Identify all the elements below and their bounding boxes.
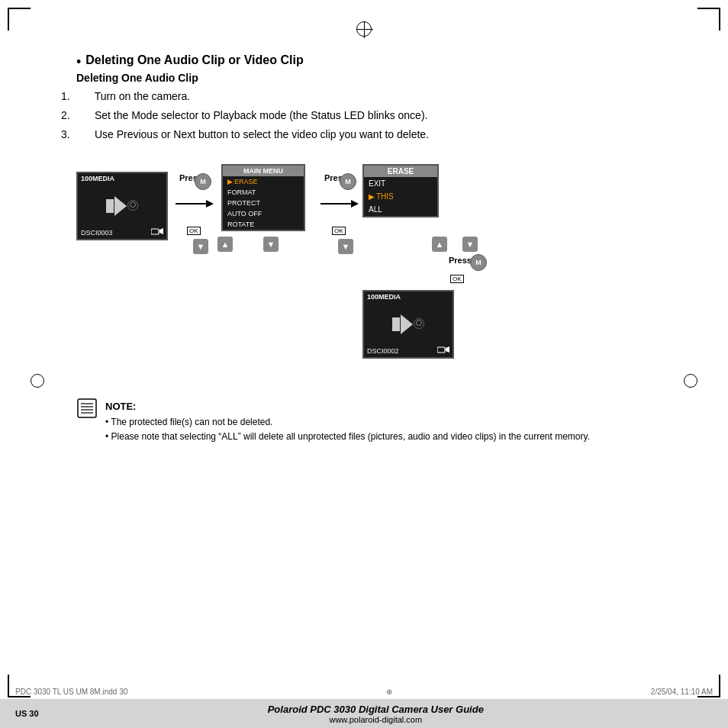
svg-rect-6 <box>437 347 445 353</box>
screen2-label-top: 100MEDIA <box>367 293 401 301</box>
section-header: • Deleting One Audio Clip or Video Clip <box>76 53 705 70</box>
arrow-2 <box>321 196 359 214</box>
screen1-label-top: 100MEDIA <box>81 175 114 182</box>
nav-up-icon-3[interactable]: ▲ <box>432 237 447 252</box>
m-button-icon-3[interactable]: M <box>470 254 487 271</box>
note-icon <box>76 398 98 424</box>
m-button-3[interactable]: M <box>470 254 487 271</box>
nav-down-icon-1[interactable]: ▼ <box>193 239 208 254</box>
ok-indicator-3: OK <box>450 275 464 283</box>
svg-marker-3 <box>206 200 214 208</box>
speaker-body <box>106 199 114 213</box>
diagram-container: 100MEDIA DSCI0003 Press M <box>76 156 705 401</box>
nav-up-erasemenu[interactable]: ▲ <box>432 237 447 252</box>
m-button-icon-2[interactable]: M <box>340 173 356 190</box>
screen2-label-bottom: DSCI0002 <box>367 347 399 355</box>
note-section: NOTE: • The protected file(s) can not be… <box>76 401 705 444</box>
step-3: 3. Use Previous or Next button to select… <box>76 127 705 143</box>
footer-center: Polaroid PDC 3030 Digital Camera User Gu… <box>268 704 484 724</box>
nav-down-mainmenu[interactable]: ▼ <box>263 237 279 252</box>
nav-down-icon-2[interactable]: ▼ <box>338 239 353 254</box>
speaker-icon <box>106 196 138 216</box>
footer-title: Polaroid PDC 3030 Digital Camera User Gu… <box>268 704 484 715</box>
svg-marker-1 <box>159 228 163 234</box>
step-2-num: 2. <box>76 108 92 124</box>
step-1-text: Turn on the camera. <box>95 90 191 102</box>
right-crosshair <box>684 374 697 388</box>
ok-indicator-1: OK <box>187 227 201 235</box>
ok-indicator-2: OK <box>332 227 346 235</box>
erase-menu: ERASE EXIT ▶THIS ALL <box>362 164 439 217</box>
footer: US 30 Polaroid PDC 3030 Digital Camera U… <box>0 699 728 728</box>
screen1-icon <box>151 227 163 237</box>
erase-menu-title: ERASE <box>364 166 437 177</box>
footer-left: US 30 <box>15 709 39 718</box>
footer-url: www.polaroid-digital.com <box>329 715 422 724</box>
menu-item-rotate: ROTATE <box>223 219 304 230</box>
speaker-icon-2 <box>392 314 424 334</box>
corner-mark-tr <box>697 8 720 31</box>
speaker-body-2 <box>392 317 400 331</box>
note-content: NOTE: • The protected file(s) can not be… <box>105 401 590 444</box>
screen2-icon <box>437 346 449 355</box>
main-menu-title: MAIN MENU <box>223 166 304 176</box>
nav-up-mainmenu[interactable]: ▲ <box>217 237 233 252</box>
print-right: 2/25/04, 11:10 AM <box>651 688 713 696</box>
step-3-num: 3. <box>76 127 92 143</box>
main-menu: MAIN MENU ▶ERASE FORMAT PROTECT AUTO OFF… <box>221 164 305 231</box>
menu-item-erase: ▶ERASE <box>223 176 304 187</box>
arrow-1 <box>176 196 214 214</box>
svg-marker-5 <box>351 200 359 208</box>
page-title: Deleting One Audio Clip or Video Clip <box>85 53 303 67</box>
m-button-icon-1[interactable]: M <box>195 173 211 190</box>
note-title: NOTE: <box>105 401 590 412</box>
speaker-triangle-2 <box>401 314 413 334</box>
menu-item-format: FORMAT <box>223 187 304 198</box>
note-bullet-2: • Please note that selecting “ALL” will … <box>105 430 590 444</box>
m-button-2[interactable]: M <box>340 173 356 190</box>
print-info: PDC 3030 TL US UM 8M.indd 30 ⊕ 2/25/04, … <box>15 688 713 696</box>
step-2-text: Set the Mode selector to Playback mode (… <box>95 109 428 121</box>
sound-waves <box>130 201 138 211</box>
step-3-text: Use Previous or Next button to select th… <box>95 128 429 140</box>
step-1: 1. Turn on the camera. <box>76 89 705 105</box>
bullet-dot: • <box>76 54 81 70</box>
corner-mark-tl <box>8 8 31 31</box>
menu-item-protect: PROTECT <box>223 198 304 208</box>
nav-down-erasemenu[interactable]: ▼ <box>462 237 478 252</box>
camera-screen-1: 100MEDIA DSCI0003 <box>76 172 168 240</box>
step-2: 2. Set the Mode selector to Playback mod… <box>76 108 705 124</box>
erase-item-exit: EXIT <box>364 177 437 190</box>
m-button-1[interactable]: M <box>195 173 211 190</box>
svg-rect-0 <box>151 229 159 234</box>
step-1-num: 1. <box>76 89 92 105</box>
erase-item-this: ▶THIS <box>364 190 437 203</box>
erase-item-all: ALL <box>364 203 437 216</box>
screen1-label-bottom: DSCI0003 <box>81 229 113 237</box>
steps-list: 1. Turn on the camera. 2. Set the Mode s… <box>76 89 705 143</box>
main-content: • Deleting One Audio Clip or Video Clip … <box>76 53 705 444</box>
nav-down-1[interactable]: ▼ <box>193 239 208 254</box>
speaker-triangle <box>114 196 127 216</box>
note-bullet-1: • The protected file(s) can not be delet… <box>105 415 590 430</box>
nav-arrows-mainmenu: ▲ ▼ <box>217 237 279 252</box>
top-crosshair <box>356 21 372 37</box>
svg-marker-7 <box>446 346 449 353</box>
nav-down-icon-3[interactable]: ▼ <box>462 237 478 252</box>
sound-waves-2 <box>416 320 424 329</box>
camera-screen-2: 100MEDIA DSCI0002 <box>362 290 454 359</box>
print-left: PDC 3030 TL US UM 8M.indd 30 <box>15 688 127 696</box>
print-crosshair: ⊕ <box>386 688 392 696</box>
nav-down-2[interactable]: ▼ <box>338 239 353 254</box>
section-subtitle: Deleting One Audio Clip <box>76 72 705 84</box>
press-label-3: Press <box>449 256 472 265</box>
left-crosshair <box>31 374 44 388</box>
svg-rect-8 <box>78 399 96 417</box>
menu-item-autooff: AUTO OFF <box>223 208 304 219</box>
